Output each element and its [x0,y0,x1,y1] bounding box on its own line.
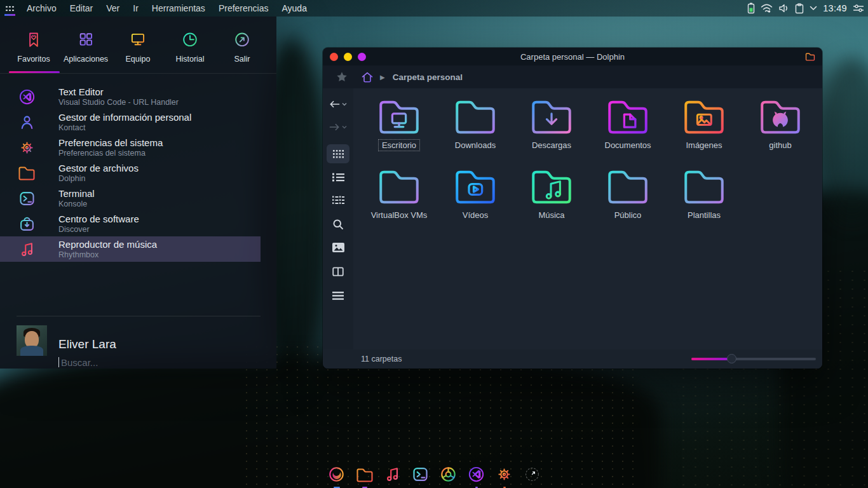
launcher-item-subtitle: Konsole [58,200,95,208]
gear-icon [494,464,514,484]
menu-editar[interactable]: Editar [70,3,93,13]
dock-firefox[interactable] [327,464,346,488]
folder-videos[interactable]: Vídeos [437,163,513,220]
home-icon[interactable] [361,71,374,83]
dock-chrome[interactable] [438,464,458,488]
user-name: Eliver Lara [58,337,116,351]
forward-button[interactable] [327,119,349,135]
folder-downloads[interactable]: Downloads [437,93,513,151]
zoom-slider[interactable] [691,358,816,360]
folder-label: VirtualBox VMs [368,210,431,220]
launcher-item-title: Gestor de archivos [58,163,139,173]
launcher-item-software[interactable]: Centro de software Discover [0,211,276,236]
breadcrumb-location[interactable]: Carpeta personal [393,72,463,82]
tab-label: Aplicaciones [64,55,108,64]
app-grid-icon [5,5,15,12]
statusbar: 11 carpetas [323,349,822,369]
vscode-icon [466,464,486,484]
user-section-divider [17,316,261,316]
tabs-divider [0,73,276,74]
volume-icon[interactable] [778,3,789,13]
search-placeholder: Buscar... [61,357,98,368]
folder-label: Escritorio [379,140,419,151]
person-icon [17,112,37,132]
zoom-slider-fill [691,358,732,360]
back-button[interactable] [327,96,349,112]
launcher-item-subtitle: Visual Studio Code - URL Handler [58,98,179,107]
wifi-icon[interactable] [761,3,773,13]
folder-musica[interactable]: Música [513,163,590,220]
tab-historial[interactable]: Historial [164,17,216,73]
details-view-button[interactable] [327,191,349,209]
menu-archivo[interactable]: Archivo [27,3,57,13]
app-launcher-button[interactable] [0,0,19,17]
launcher-item-pim[interactable]: Gestor de información personal Kontact [0,109,276,135]
logout-arrow-icon [232,30,252,50]
folder-documentos[interactable]: Documentos [590,93,666,151]
dock-rhythmbox[interactable] [383,464,402,488]
clipboard-icon[interactable] [795,3,804,14]
folder-imagenes[interactable]: Imágenes [666,93,742,151]
launcher-item-title: Preferencias del sistema [58,137,163,148]
music-note-icon [383,464,402,484]
shopping-bag-icon [17,214,37,234]
split-view-button[interactable] [327,262,349,280]
launcher-item-title: Terminal [58,188,95,199]
launcher-item-archivos[interactable]: Gestor de archivos Dolphin [0,160,276,186]
dock-konsole[interactable] [410,464,430,488]
launcher-item-terminal[interactable]: Terminal Konsole [0,186,276,211]
menu-herramientas[interactable]: Herramientas [152,3,205,13]
zoom-slider-handle[interactable] [727,354,736,363]
tab-favoritos[interactable]: Favoritos [8,17,60,73]
folder-label: Descargas [529,140,574,151]
menu-button[interactable] [327,287,349,304]
search-input[interactable]: Buscar... [58,355,249,369]
music-note-icon [17,239,37,259]
launcher-item-subtitle: Preferencias del sistema [58,149,163,158]
menu-preferencias[interactable]: Preferencias [219,3,269,13]
battery-icon[interactable] [747,3,755,14]
chrome-icon [438,464,458,484]
user-avatar[interactable] [17,325,47,356]
gear-icon [17,137,37,158]
folder-virtualbox-vms[interactable]: VirtualBox VMs [361,163,437,220]
dock-settings[interactable] [494,464,514,488]
tab-label: Equipo [126,55,151,64]
tab-salir[interactable]: Salir [216,17,268,73]
maximize-button[interactable] [358,53,366,61]
folder-descargas[interactable]: Descargas [513,93,590,151]
favorite-star-icon[interactable] [336,71,348,83]
folder-label: Música [535,210,567,220]
sliders-icon[interactable] [853,4,864,13]
launcher-item-musica[interactable]: Reproductor de música Rhythmbox [0,236,261,262]
launcher-item-title: Centro de software [58,214,139,224]
folder-escritorio[interactable]: Escritorio [361,93,437,151]
close-button[interactable] [330,53,338,61]
launcher-item-subtitle: Dolphin [58,174,139,183]
folder-github[interactable]: github [742,93,818,151]
launcher-item-preferencias[interactable]: Preferencias del sistema Preferencias de… [0,135,276,160]
window-titlebar[interactable]: Carpeta personal — Dolphin [323,48,822,65]
dock-file-manager[interactable] [355,464,374,488]
minimize-button[interactable] [344,53,352,61]
tab-equipo[interactable]: Equipo [112,17,164,73]
menu-ayuda[interactable]: Ayuda [281,3,306,13]
dock-vscode[interactable] [466,464,486,488]
folder-label: Documentos [602,140,654,151]
folder-publico[interactable]: Público [590,163,666,220]
menu-ir[interactable]: Ir [133,3,139,13]
launcher-item-text-editor[interactable]: Text Editor Visual Studio Code - URL Han… [0,84,276,109]
list-view-button[interactable] [327,168,349,186]
dock-clock-widget[interactable] [522,464,542,488]
menu-ver[interactable]: Ver [106,3,119,13]
chevron-down-icon[interactable] [810,6,817,11]
folder-plantillas[interactable]: Plantillas [666,163,742,220]
tab-aplicaciones[interactable]: Aplicaciones [60,17,112,73]
vscode-icon [17,86,37,107]
clock[interactable]: 13:49 [823,3,847,13]
preview-button[interactable] [327,238,349,256]
search-button[interactable] [327,215,349,233]
folder-label: Plantillas [684,210,724,220]
icons-view-button[interactable] [327,144,349,163]
launcher-item-title: Text Editor [58,86,179,97]
